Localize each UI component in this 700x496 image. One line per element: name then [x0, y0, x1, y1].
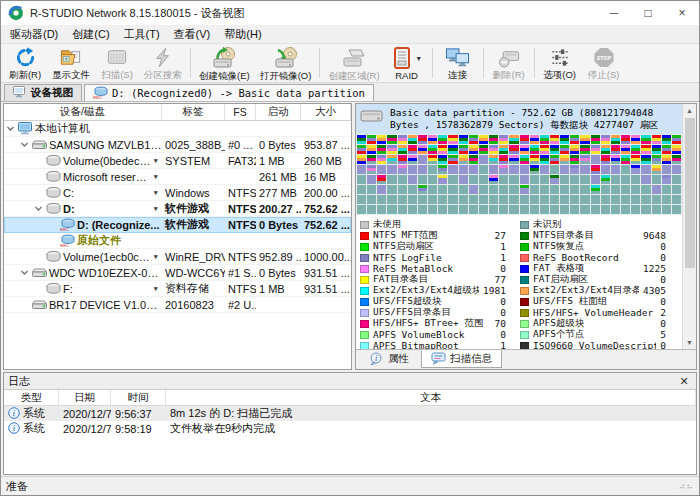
toolbar-button[interactable]: 打开镜像(O) [255, 45, 317, 81]
column-header[interactable]: 启动 [256, 104, 301, 120]
table-row[interactable]: SAMSUNG MZVLB1T0...0025_388B_9...#0 ...0… [4, 137, 351, 153]
scrollbar-thumb[interactable] [685, 118, 695, 268]
column-header[interactable]: 标签 [162, 104, 225, 120]
blockmap-cell [459, 185, 468, 194]
toolbar: 刷新(R)显示文件扫描(S)分区搜索创建镜像(E)打开镜像(O)创建区域(R)▼… [1, 43, 699, 83]
menu-item[interactable]: 创建(C) [65, 25, 116, 44]
blockmap-cell [641, 135, 650, 144]
row-dropdown-icon[interactable]: ▼ [152, 253, 162, 260]
table-row[interactable]: Microsoft reserve...▼261 MB16 MB [4, 169, 351, 185]
column-header[interactable]: 大小 [301, 104, 351, 120]
blockmap-cell [408, 165, 417, 174]
blockmap-cell [621, 185, 630, 194]
blockmap-cell [448, 165, 457, 174]
toolbar-button[interactable]: 分区搜索 [139, 45, 187, 81]
toolbar-button[interactable]: 显示文件 [47, 45, 95, 81]
blockmap-cell [611, 165, 620, 174]
toolbar-button[interactable]: 删除(R) [487, 45, 531, 81]
legend-item: ISO9660 VolumeDescriptor0 [520, 340, 680, 349]
row-dropdown-icon[interactable]: ▼ [152, 205, 162, 212]
volume-icon [45, 170, 61, 183]
minimize-button[interactable]: ─ [597, 1, 631, 25]
table-row[interactable]: Volume(1ecb0c98-...▼WinRE_DRVNTFS952.89 … [4, 249, 351, 265]
blockmap-cell [662, 195, 671, 204]
blockmap-cell [377, 195, 386, 204]
legend-item: NTFS启动扇区1 [360, 241, 520, 252]
toolbar-separator [483, 48, 484, 78]
expand-chevron-icon[interactable] [4, 124, 17, 133]
toolbar-button[interactable]: 连接 [436, 45, 480, 81]
blockmap-cell [530, 145, 539, 154]
table-row[interactable]: REC原始文件 [4, 233, 351, 249]
view-tab-label: D: (Recognized0) -> Basic data partition [112, 87, 365, 99]
table-row[interactable]: BR17 DEVICE V1.00 1...20160823#2 U... [4, 297, 351, 313]
view-tab[interactable]: 设备视图 [4, 84, 82, 101]
blockmap-cell [418, 195, 427, 204]
table-row[interactable]: WDC WD10EZEX-08W...WD-WCC6Y6...#1 S...0 … [4, 265, 351, 281]
volume-icon [45, 202, 61, 215]
menu-item[interactable]: 查看(V) [167, 25, 218, 44]
log-row[interactable]: i系统2020/12/79:56:378m 12s 的 D: 扫描已完成 [4, 406, 696, 421]
view-tab[interactable]: RECD: (Recognized0) -> Basic data partit… [84, 84, 374, 101]
expand-chevron-icon[interactable] [18, 268, 31, 277]
tab-scan-info[interactable]: 扫描信息 [421, 350, 502, 368]
toolbar-separator [319, 48, 320, 78]
blockmap-cell [448, 185, 457, 194]
column-header[interactable]: FS [225, 104, 256, 120]
legend-item: NTFS LogFile1 [360, 252, 520, 263]
menu-item[interactable]: 帮助(H) [217, 25, 268, 44]
legend-count: 0 [660, 340, 680, 349]
toolbar-button[interactable]: STOP停止(S) [582, 45, 626, 81]
blockmap-cell [662, 175, 671, 184]
scan-scrollbar[interactable]: ▲ ▼ [682, 104, 696, 349]
toolbar-button[interactable]: 选项(O) [538, 45, 582, 81]
resize-grip-icon[interactable]: ⠴⠦ [679, 481, 694, 491]
maximize-button[interactable]: □ [631, 1, 665, 25]
log-row[interactable]: i系统2020/12/79:58:19文件枚举在9秒内完成 [4, 421, 696, 436]
table-row[interactable]: 本地计算机 [4, 121, 351, 137]
expand-chevron-icon[interactable] [18, 140, 31, 149]
toolbar-button[interactable]: 刷新(R) [3, 45, 47, 81]
scrollbar-down-icon[interactable]: ▼ [686, 336, 693, 349]
blockmap-cell [672, 175, 681, 184]
legend-swatch [520, 254, 529, 262]
blockmap-cell [641, 165, 650, 174]
menu-item[interactable]: 工具(T) [117, 25, 167, 44]
table-row[interactable]: Volume(0bedecf0-...▼SYSTEMFAT321 MB260 M… [4, 153, 351, 169]
toolbar-button-label: 创建镜像(E) [199, 70, 250, 82]
blockmap-cell [652, 205, 661, 214]
blockmap-cell [520, 205, 529, 214]
blockmap-cell [357, 195, 366, 204]
toolbar-button[interactable]: 扫描(S) [95, 45, 139, 81]
close-button[interactable]: × [665, 1, 699, 25]
stop-icon: STOP [592, 46, 616, 69]
blockmap-cell [367, 145, 376, 154]
legend-swatch [360, 320, 369, 328]
menu-item[interactable]: 驱动器(D) [3, 25, 65, 44]
blockmap-cell [438, 145, 447, 154]
row-dropdown-icon[interactable]: ▼ [152, 189, 162, 196]
expand-chevron-icon[interactable] [32, 204, 45, 213]
row-dropdown-icon[interactable]: ▼ [152, 157, 162, 164]
toolbar-button[interactable]: 创建镜像(E) [194, 45, 255, 81]
column-header[interactable]: 设备/磁盘 [4, 104, 162, 120]
log-close-icon[interactable]: ✕ [676, 375, 692, 388]
blockmap-cell [601, 205, 610, 214]
dropdown-caret-icon[interactable]: ▼ [415, 55, 422, 62]
blockmap-cell [428, 145, 437, 154]
cell-size: 16 MB [301, 169, 351, 184]
blockmap-cell [438, 165, 447, 174]
toolbar-button[interactable]: 创建区域(R) [323, 45, 384, 81]
table-row[interactable]: C:▼WindowsNTFS277 MB200.00 ... [4, 185, 351, 201]
blockmap-cell [520, 145, 529, 154]
table-row[interactable]: D:▼软件游戏NTFS200.27 ...752.62 ... [4, 201, 351, 217]
info-icon: i [8, 407, 20, 421]
row-dropdown-icon[interactable]: ▼ [152, 285, 162, 292]
row-dropdown-icon[interactable]: ▼ [152, 173, 162, 180]
raid-button[interactable]: ▼RAID [385, 45, 429, 81]
tab-properties[interactable]: i属性 [360, 350, 419, 368]
table-row[interactable]: RECD: (Recognize...软件游戏NTFS0 Bytes752.62… [4, 217, 351, 233]
legend-label: NTFS LogFile [373, 252, 442, 263]
table-row[interactable]: F:▼资料存储NTFS1 MB931.51 ... [4, 281, 351, 297]
scrollbar-up-icon[interactable]: ▲ [686, 104, 693, 117]
